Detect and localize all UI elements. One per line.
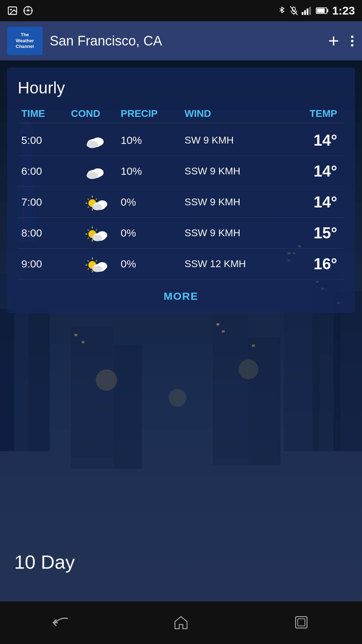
temp-600: 14°: [266, 162, 337, 180]
precip-500: 10%: [121, 134, 185, 146]
content-overlay: Hourly TIME COND PRECIP WIND TEMP 5:00 1…: [0, 60, 362, 320]
precip-700: 0%: [121, 196, 185, 208]
cond-500: [71, 132, 121, 148]
cond-600: [71, 163, 121, 179]
svg-rect-27: [248, 337, 280, 465]
menu-dot3: [351, 44, 353, 47]
svg-rect-25: [114, 345, 142, 469]
wind-500: SW 9 KMH: [185, 135, 266, 146]
col-wind: WIND: [185, 108, 266, 119]
col-precip: PRECIP: [121, 108, 185, 119]
svg-line-76: [88, 269, 89, 270]
svg-rect-9: [307, 9, 308, 15]
temp-700: 14°: [266, 193, 337, 211]
image-icon: [7, 5, 18, 16]
svg-point-1: [10, 9, 12, 11]
col-temp: TEMP: [266, 108, 337, 119]
svg-rect-8: [304, 10, 306, 15]
svg-rect-10: [309, 7, 311, 15]
temp-900: 16°: [266, 255, 337, 273]
cond-800: [71, 224, 121, 242]
status-icons-left: [7, 5, 33, 16]
svg-line-66: [88, 238, 89, 239]
time-900: 9:00: [21, 258, 71, 270]
wind-900: SSW 12 KMH: [185, 258, 266, 270]
svg-rect-81: [298, 619, 305, 626]
status-bar: 1:23: [0, 0, 362, 21]
svg-rect-80: [296, 617, 307, 628]
svg-line-64: [88, 229, 89, 231]
svg-line-56: [88, 207, 89, 208]
home-button[interactable]: [167, 612, 195, 633]
logo-text3: Channel: [16, 44, 34, 50]
time-display: 1:23: [332, 4, 355, 17]
overflow-menu-button[interactable]: [350, 34, 355, 48]
more-button[interactable]: MORE: [18, 280, 344, 309]
svg-point-59: [92, 204, 102, 210]
weather-channel-logo: The Weather Channel: [7, 27, 43, 55]
location-title: San Francisco, CA: [50, 33, 328, 49]
precip-900: 0%: [121, 258, 185, 270]
wind-700: SSW 9 KMH: [185, 196, 266, 208]
precip-800: 0%: [121, 227, 185, 239]
svg-rect-12: [327, 9, 328, 12]
back-button[interactable]: [46, 612, 75, 633]
wind-600: SSW 9 KMH: [185, 166, 266, 177]
col-cond: COND: [71, 108, 121, 119]
svg-line-55: [96, 199, 97, 200]
hourly-title: Hourly: [18, 78, 344, 97]
table-row: 5:00 10% SW 9 KMH 14°: [18, 125, 344, 156]
svg-point-40: [96, 369, 117, 391]
svg-line-75: [96, 260, 97, 261]
svg-line-74: [88, 260, 89, 261]
svg-rect-36: [82, 341, 84, 343]
svg-rect-38: [222, 330, 225, 332]
table-row: 7:00 0% SSW 9: [18, 187, 344, 218]
menu-dot2: [351, 40, 353, 42]
status-icons-right: 1:23: [278, 4, 355, 17]
svg-point-69: [92, 235, 102, 241]
svg-rect-26: [213, 316, 248, 465]
svg-rect-37: [216, 323, 219, 325]
hourly-card: Hourly TIME COND PRECIP WIND TEMP 5:00 1…: [7, 67, 355, 313]
svg-point-79: [92, 266, 102, 272]
svg-point-45: [87, 141, 98, 148]
wind-800: SSW 9 KMH: [185, 227, 266, 239]
svg-marker-3: [26, 9, 30, 12]
time-800: 8:00: [21, 227, 71, 239]
recents-button[interactable]: [287, 612, 316, 633]
svg-rect-35: [75, 334, 77, 336]
ten-day-section: 10 Day: [14, 551, 75, 573]
ten-day-title: 10 Day: [14, 551, 75, 573]
time-500: 5:00: [21, 134, 71, 146]
col-time: TIME: [21, 108, 71, 119]
table-row: 8:00 0% SSW 9 KMH 15°: [18, 218, 344, 249]
precip-600: 10%: [121, 165, 185, 177]
svg-rect-7: [302, 12, 303, 15]
svg-rect-13: [317, 9, 325, 13]
svg-rect-19: [28, 309, 50, 451]
time-600: 6:00: [21, 165, 71, 177]
app-header: The Weather Channel San Francisco, CA +: [0, 21, 362, 60]
svg-rect-20: [0, 309, 14, 451]
add-location-button[interactable]: +: [328, 32, 339, 50]
table-row: 6:00 10% SSW 9 KMH 14°: [18, 156, 344, 187]
svg-point-41: [169, 389, 186, 407]
header-actions: +: [328, 32, 355, 50]
table-header: TIME COND PRECIP WIND TEMP: [18, 108, 344, 123]
menu-dot1: [351, 36, 353, 38]
temp-800: 15°: [266, 224, 337, 242]
svg-point-48: [87, 172, 98, 179]
logo-text2: Weather: [16, 38, 34, 44]
bottom-nav: [0, 601, 362, 644]
time-700: 7:00: [21, 196, 71, 208]
table-row: 9:00 0% SSW 12 KMH 16°: [18, 249, 344, 280]
cond-900: [71, 255, 121, 273]
svg-rect-39: [252, 345, 255, 347]
svg-rect-24: [71, 327, 114, 469]
svg-line-65: [96, 229, 97, 231]
cond-700: [71, 193, 121, 211]
svg-point-42: [238, 359, 258, 379]
temp-500: 14°: [266, 131, 337, 149]
logo-text: The: [21, 32, 29, 38]
